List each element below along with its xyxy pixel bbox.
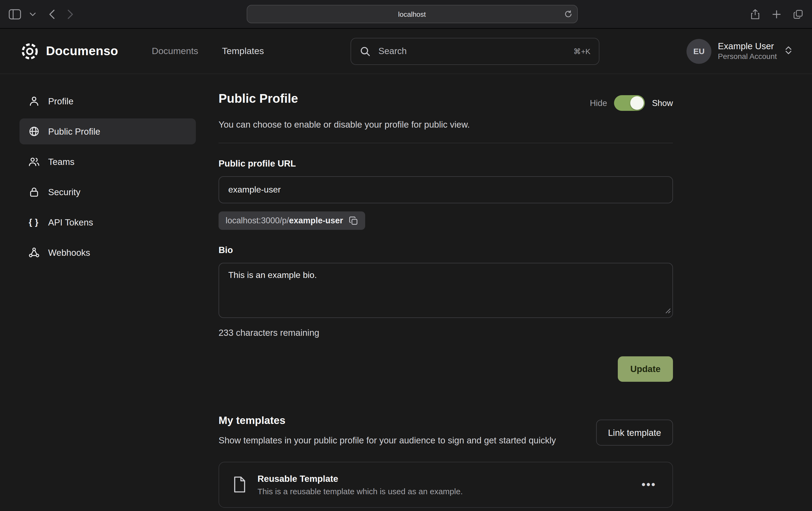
settings-sidebar: Profile Public Profile Teams	[20, 88, 196, 508]
nav-documents[interactable]: Documents	[152, 46, 198, 57]
sidebar-item-label: Webhooks	[48, 247, 90, 258]
sidebar-item-security[interactable]: Security	[20, 179, 196, 205]
template-menu-icon[interactable]: •••	[638, 476, 660, 493]
profile-visibility-toggle[interactable]	[614, 95, 645, 111]
browser-new-tab-icon[interactable]	[772, 9, 781, 19]
lock-icon	[28, 186, 40, 198]
sidebar-item-public-profile[interactable]: Public Profile	[20, 118, 196, 144]
browser-chrome: localhost	[0, 0, 812, 29]
sidebar-item-label: Profile	[48, 96, 74, 106]
toggle-knob	[630, 96, 644, 110]
webhook-icon	[28, 247, 40, 259]
app-header: Documenso Documents Templates ⌘+K EU Exa…	[0, 29, 812, 74]
top-nav: Documents Templates	[152, 46, 264, 57]
sidebar-item-label: Public Profile	[48, 126, 100, 137]
sidebar-item-label: Security	[48, 187, 80, 197]
profile-link-username: example-user	[289, 216, 343, 225]
document-icon	[232, 476, 247, 493]
copy-icon[interactable]	[349, 216, 358, 225]
avatar: EU	[687, 39, 712, 63]
search-icon	[360, 46, 371, 57]
nav-templates[interactable]: Templates	[222, 46, 264, 57]
public-profile-url-input[interactable]	[219, 176, 673, 203]
profile-link-prefix: localhost:3000/p/	[226, 216, 289, 225]
search-shortcut: ⌘+K	[574, 47, 590, 55]
browser-sidebar-chevron-icon[interactable]	[30, 12, 36, 16]
user-account-type: Personal Account	[718, 52, 777, 61]
update-button[interactable]: Update	[618, 356, 673, 382]
brand-name: Documenso	[46, 44, 118, 58]
sidebar-item-profile[interactable]: Profile	[20, 88, 196, 114]
bio-field-label: Bio	[219, 245, 673, 255]
user-menu[interactable]: EU Example User Personal Account	[687, 39, 792, 63]
my-templates-section: My templates Show templates in your publ…	[219, 414, 673, 508]
user-icon	[28, 95, 40, 107]
sidebar-item-label: API Tokens	[48, 217, 93, 228]
globe-icon	[28, 125, 40, 137]
divider	[219, 143, 673, 143]
browser-share-icon[interactable]	[750, 8, 760, 20]
sidebar-item-webhooks[interactable]: Webhooks	[20, 240, 196, 266]
browser-reload-icon[interactable]	[564, 10, 572, 20]
url-field-label: Public profile URL	[219, 158, 673, 169]
public-profile-settings: Public Profile Hide Show You can choose …	[219, 88, 673, 508]
browser-url-text: localhost	[398, 10, 426, 18]
users-icon	[28, 156, 40, 168]
template-card[interactable]: Reusable Template This is a reusable tem…	[219, 461, 673, 508]
bio-textarea[interactable]: This is an example bio.	[219, 263, 673, 318]
braces-icon: { }	[28, 217, 40, 227]
browser-address-bar[interactable]: localhost	[246, 5, 578, 23]
hide-label: Hide	[590, 98, 607, 108]
user-name: Example User	[718, 41, 777, 52]
settings-content: Profile Public Profile Teams	[0, 74, 812, 508]
browser-back-icon[interactable]	[49, 9, 55, 19]
link-template-button[interactable]: Link template	[596, 420, 673, 446]
browser-sidebar-icon[interactable]	[9, 9, 21, 19]
characters-remaining: 233 characters remaining	[219, 328, 673, 338]
profile-link-pill[interactable]: localhost:3000/p/example-user	[219, 211, 365, 230]
app-window: localhost	[0, 0, 812, 511]
show-label: Show	[652, 98, 673, 108]
template-description: This is a reusable template which is use…	[258, 486, 463, 495]
search-input[interactable]	[377, 46, 567, 57]
template-name: Reusable Template	[258, 474, 463, 484]
chevron-up-down-icon	[784, 45, 792, 57]
browser-forward-icon[interactable]	[67, 9, 74, 19]
sidebar-item-api-tokens[interactable]: { } API Tokens	[20, 209, 196, 235]
browser-tab-overview-icon[interactable]	[793, 9, 803, 19]
resize-handle-icon[interactable]	[665, 306, 671, 316]
documenso-logo-icon	[20, 41, 40, 61]
sidebar-item-teams[interactable]: Teams	[20, 149, 196, 175]
sidebar-item-label: Teams	[48, 156, 75, 167]
global-search[interactable]: ⌘+K	[351, 37, 600, 65]
templates-description: Show templates in your public profile fo…	[219, 434, 556, 448]
page-subtitle: You can choose to enable or disable your…	[219, 120, 673, 130]
templates-title: My templates	[219, 414, 556, 427]
page-title: Public Profile	[219, 91, 298, 106]
brand[interactable]: Documenso	[20, 41, 118, 61]
